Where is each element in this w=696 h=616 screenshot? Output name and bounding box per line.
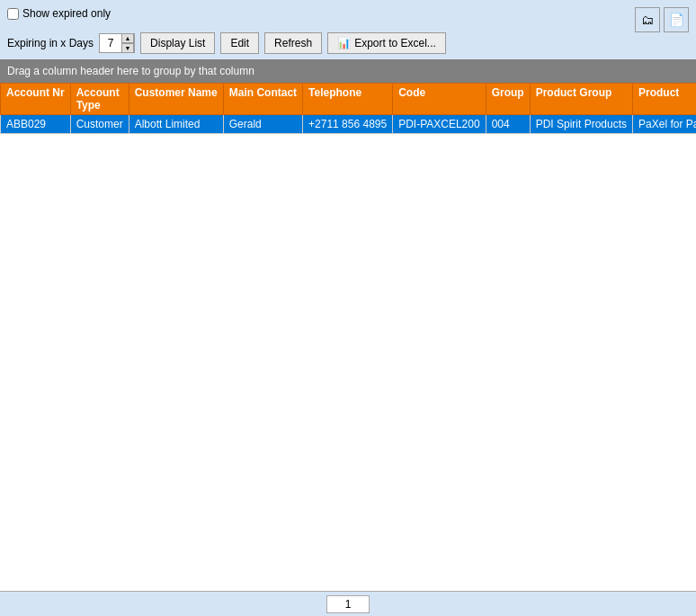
drag-hint: Drag a column header here to group by th… xyxy=(0,59,696,83)
grid-container[interactable]: Account Nr AccountType Customer Name Mai… xyxy=(0,83,696,591)
expiring-label: Expiring in x Days xyxy=(7,37,94,49)
col-account-nr[interactable]: Account Nr xyxy=(1,84,71,115)
icon2: 📄 xyxy=(669,13,684,27)
table-row[interactable]: ABB029CustomerAlbott LimitedGerald+2711 … xyxy=(1,115,697,134)
cell-product_group: PDI Spirit Products xyxy=(530,115,632,134)
spinner-up-button[interactable]: ▲ xyxy=(121,33,134,43)
toolbar-row: Expiring in x Days ▲ ▼ Display List Edit… xyxy=(0,27,696,59)
data-table: Account Nr AccountType Customer Name Mai… xyxy=(0,83,696,134)
drag-hint-text: Drag a column header here to group by th… xyxy=(7,65,254,77)
col-product[interactable]: Product xyxy=(633,84,696,115)
col-product-group[interactable]: Product Group xyxy=(530,84,632,115)
col-telephone[interactable]: Telephone xyxy=(303,84,393,115)
show-expired-checkbox[interactable] xyxy=(7,8,19,20)
header-row: Account Nr AccountType Customer Name Mai… xyxy=(1,84,697,115)
excel-icon: 📊 xyxy=(337,37,351,49)
edit-button[interactable]: Edit xyxy=(220,32,259,54)
expiring-days-input[interactable] xyxy=(100,37,121,49)
export-label: Export to Excel... xyxy=(354,37,436,49)
expiring-spinner: ▲ ▼ xyxy=(99,33,135,53)
refresh-button[interactable]: Refresh xyxy=(264,32,322,54)
cell-product: PaXel for Paste xyxy=(633,115,696,134)
cell-main_contact: Gerald xyxy=(223,115,302,134)
icon-button-2[interactable]: 📄 xyxy=(664,7,689,32)
col-customer-name[interactable]: Customer Name xyxy=(129,84,223,115)
cell-account_nr: ABB029 xyxy=(1,115,71,134)
table-header: Account Nr AccountType Customer Name Mai… xyxy=(1,84,697,115)
col-account-type[interactable]: AccountType xyxy=(70,84,129,115)
top-right-icons: 🗂 📄 xyxy=(635,7,689,32)
display-list-button[interactable]: Display List xyxy=(140,32,215,54)
cell-account_type: Customer xyxy=(70,115,129,134)
export-button[interactable]: 📊 Export to Excel... xyxy=(327,32,446,54)
col-code[interactable]: Code xyxy=(393,84,486,115)
show-expired-label: Show expired only xyxy=(22,7,111,20)
spinner-down-button[interactable]: ▼ xyxy=(121,43,134,53)
cell-code: PDI-PAXCEL200 xyxy=(393,115,486,134)
cell-telephone: +2711 856 4895 xyxy=(303,115,393,134)
cell-group: 004 xyxy=(486,115,530,134)
col-group[interactable]: Group xyxy=(486,84,530,115)
footer-bar: 1 xyxy=(0,591,696,616)
cell-customer_name: Albott Limited xyxy=(129,115,223,134)
top-bar: Show expired only xyxy=(0,0,696,27)
icon-button-1[interactable]: 🗂 xyxy=(635,7,660,32)
spinner-buttons: ▲ ▼ xyxy=(121,33,134,53)
page-number: 1 xyxy=(326,595,370,613)
show-expired-container: Show expired only xyxy=(7,7,111,20)
table-body: ABB029CustomerAlbott LimitedGerald+2711 … xyxy=(1,115,697,134)
icon1: 🗂 xyxy=(641,13,654,27)
col-main-contact[interactable]: Main Contact xyxy=(223,84,302,115)
